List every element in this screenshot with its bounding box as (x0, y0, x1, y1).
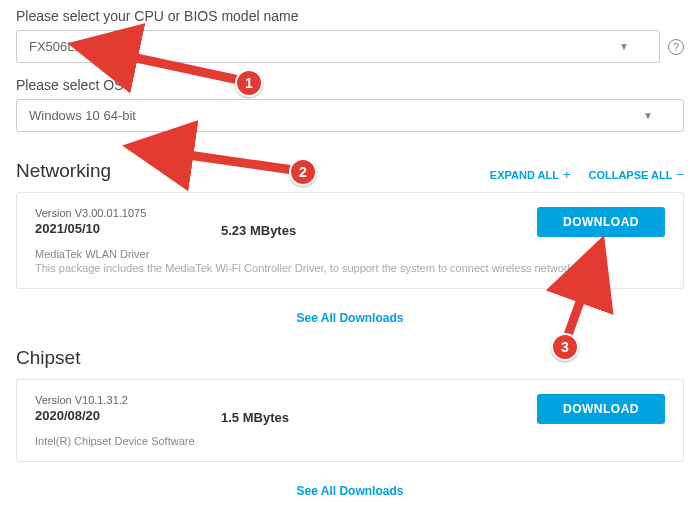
os-label: Please select OS (16, 77, 684, 93)
os-select-value: Windows 10 64-bit (29, 108, 136, 123)
chevron-down-icon: ▼ (619, 41, 629, 52)
driver-card: Version V3.00.01.1075 2021/05/10 5.23 MB… (16, 192, 684, 289)
chevron-down-icon: ▼ (643, 110, 653, 121)
model-label: Please select your CPU or BIOS model nam… (16, 8, 684, 24)
help-icon[interactable]: ? (668, 39, 684, 55)
download-button[interactable]: DOWNLOAD (537, 394, 665, 424)
section-title-networking: Networking (16, 160, 111, 182)
os-select[interactable]: Windows 10 64-bit ▼ (16, 99, 684, 132)
expand-all-label: EXPAND ALL (490, 169, 559, 181)
model-select[interactable]: FX506LH ▼ (16, 30, 660, 63)
collapse-all-label: COLLAPSE ALL (588, 169, 672, 181)
driver-version: Version V10.1.31.2 (35, 394, 205, 406)
model-select-value: FX506LH (29, 39, 84, 54)
section-title-chipset: Chipset (16, 347, 684, 369)
driver-card: Version V10.1.31.2 2020/08/20 1.5 MBytes… (16, 379, 684, 462)
driver-date: 2020/08/20 (35, 408, 205, 423)
collapse-all-link[interactable]: COLLAPSE ALL − (588, 167, 684, 182)
see-all-link[interactable]: See All Downloads (16, 468, 684, 508)
download-button[interactable]: DOWNLOAD (537, 207, 665, 237)
driver-version: Version V3.00.01.1075 (35, 207, 205, 219)
driver-size: 5.23 MBytes (221, 207, 521, 238)
minus-icon: − (676, 167, 684, 182)
driver-date: 2021/05/10 (35, 221, 205, 236)
plus-icon: + (563, 167, 571, 182)
driver-description: This package includes the MediaTek Wi-Fi… (35, 262, 665, 274)
driver-name: MediaTek WLAN Driver (35, 248, 665, 260)
driver-name: Intel(R) Chipset Device Software (35, 435, 665, 447)
driver-size: 1.5 MBytes (221, 394, 521, 425)
expand-all-link[interactable]: EXPAND ALL + (490, 167, 571, 182)
see-all-link[interactable]: See All Downloads (16, 295, 684, 335)
